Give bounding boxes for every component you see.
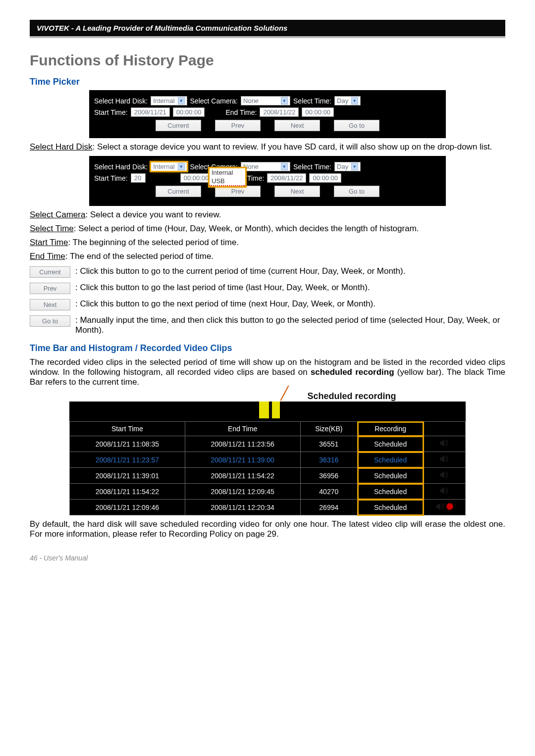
current-button[interactable]: Current [156, 120, 201, 131]
camera-value: None [243, 97, 259, 104]
desc-time-label: Select Time [30, 224, 74, 233]
next-button[interactable]: Next [274, 120, 320, 131]
cell-end: 2008/11/21 12:20:34 [185, 500, 300, 515]
desc-camera-label: Select Camera [30, 210, 85, 219]
desc-end-label: End Time [30, 252, 65, 261]
cell-start: 2008/11/21 11:08:35 [70, 436, 185, 452]
label-start: Start Time: [94, 108, 128, 116]
start-date-input[interactable]: 20 [131, 173, 146, 183]
end-date-input[interactable]: 2008/11/22 [260, 107, 299, 117]
hdisk-select[interactable]: Internal ▾ [151, 162, 187, 171]
camera-select[interactable]: None ▾ [241, 162, 290, 171]
desc-hdisk-label: Select Hard Disk [30, 142, 93, 151]
start-date-input[interactable]: 2008/11/21 [131, 107, 170, 117]
end-time-input[interactable]: 00:00:00 [302, 107, 334, 117]
cell-size: 26994 [300, 500, 358, 515]
label-start: Start Time: [94, 174, 128, 182]
hdisk-select[interactable]: Internal ▾ [151, 96, 187, 105]
goto-button[interactable]: Go to [334, 186, 379, 197]
cell-action [424, 452, 466, 468]
label-hdisk: Select Hard Disk: [94, 97, 148, 105]
hdisk-option-usb[interactable]: USB [210, 177, 245, 186]
current-button[interactable]: Current [156, 186, 201, 197]
chevron-down-icon: ▾ [351, 163, 358, 170]
speaker-icon[interactable] [435, 503, 453, 510]
next-button[interactable]: Next [274, 186, 320, 197]
prev-button[interactable]: Prev [215, 120, 261, 131]
end-date-input[interactable]: 2008/11/22 [267, 173, 306, 183]
speaker-icon[interactable] [439, 439, 449, 447]
next-button[interactable]: Next [30, 299, 70, 310]
desc-time: Select Time: Select a period of time (Ho… [30, 224, 505, 234]
desc-start-text: : The beginning of the selected period o… [68, 238, 239, 247]
hdisk-dropdown-list[interactable]: Internal USB [209, 168, 246, 187]
goto-button[interactable]: Go to [334, 120, 379, 131]
time-picker-panel-open: Select Hard Disk: Internal ▾ Select Came… [89, 156, 446, 206]
cell-start: 2008/11/21 11:23:57 [70, 452, 185, 468]
desc-next-btn: : Click this button to go the next perio… [75, 299, 505, 309]
cell-end: 2008/11/21 11:54:22 [185, 468, 300, 484]
col-actions [424, 422, 466, 436]
end-time-input[interactable]: 00:00:00 [309, 173, 341, 183]
clips-table: Start Time End Time Size(KB) Recording 2… [69, 421, 466, 515]
time-value: Day [337, 163, 348, 170]
hdisk-option-internal[interactable]: Internal [210, 168, 245, 177]
prev-button[interactable]: Prev [30, 283, 70, 294]
label-time: Select Time: [293, 163, 331, 171]
cell-action [424, 436, 466, 452]
chevron-down-icon: ▾ [281, 97, 288, 104]
speaker-icon[interactable] [439, 471, 449, 479]
histogram [69, 402, 466, 421]
time-select[interactable]: Day ▾ [334, 96, 361, 105]
cell-size: 36316 [300, 452, 358, 468]
cell-start: 2008/11/21 12:09:46 [70, 500, 185, 515]
cell-recording: Scheduled [358, 468, 424, 484]
goto-button[interactable]: Go to [30, 315, 70, 327]
clips-intro: The recorded video clips in the selected… [30, 357, 505, 387]
desc-camera-text: : Select a device you want to review. [85, 210, 221, 219]
clips-outro: By default, the hard disk will save sche… [30, 519, 505, 539]
chevron-down-icon: ▾ [178, 163, 185, 170]
desc-time-text: : Select a period of time (Hour, Day, We… [74, 224, 419, 233]
current-button[interactable]: Current [30, 266, 70, 278]
start-time-input[interactable]: 00:00:00 [180, 173, 213, 183]
cell-recording: Scheduled [358, 452, 424, 468]
desc-start: Start Time: The beginning of the selecte… [30, 238, 505, 248]
speaker-icon[interactable] [439, 455, 449, 463]
desc-camera: Select Camera: Select a device you want … [30, 210, 505, 220]
start-time-input[interactable]: 00:00:00 [173, 107, 205, 117]
cell-start: 2008/11/21 11:39:01 [70, 468, 185, 484]
section-time-picker: Time Picker [30, 77, 505, 87]
cell-size: 40270 [300, 484, 358, 500]
speaker-icon[interactable] [439, 487, 449, 495]
doc-header: VIVOTEK - A Leading Provider of Multimed… [30, 20, 505, 38]
label-time: Select Time: [293, 97, 331, 105]
time-select[interactable]: Day ▾ [334, 162, 361, 171]
cell-end: 2008/11/21 12:09:45 [185, 484, 300, 500]
camera-select[interactable]: None ▾ [241, 96, 290, 105]
cell-size: 36551 [300, 436, 358, 452]
desc-goto-btn: : Manually input the time, and then clic… [75, 315, 505, 335]
cell-action [424, 500, 466, 515]
clips-intro-b: scheduled recording [311, 367, 394, 377]
cell-start: 2008/11/21 11:54:22 [70, 484, 185, 500]
hdisk-value: Internal [153, 97, 174, 104]
cell-end: 2008/11/21 11:23:56 [185, 436, 300, 452]
record-icon [446, 503, 453, 510]
desc-start-label: Start Time [30, 238, 68, 247]
label-camera: Select Camera: [190, 97, 238, 105]
desc-hdisk: Select Hard Disk: Select a storage devic… [30, 142, 505, 152]
desc-prev-btn: : Click this button to go the last perio… [75, 283, 505, 293]
clips-panel: Start Time End Time Size(KB) Recording 2… [69, 402, 466, 515]
chevron-down-icon: ▾ [281, 163, 288, 170]
cell-recording: Scheduled [358, 436, 424, 452]
label-hdisk: Select Hard Disk: [94, 163, 148, 171]
col-end: End Time [185, 422, 300, 436]
col-size: Size(KB) [300, 422, 358, 436]
cell-end: 2008/11/21 11:39:00 [185, 452, 300, 468]
cell-recording: Scheduled [358, 500, 424, 515]
prev-button[interactable]: Prev [215, 186, 261, 197]
hdisk-value: Internal [153, 163, 174, 170]
cell-recording: Scheduled [358, 484, 424, 500]
desc-current-btn: : Click this button to go to the current… [75, 266, 505, 276]
